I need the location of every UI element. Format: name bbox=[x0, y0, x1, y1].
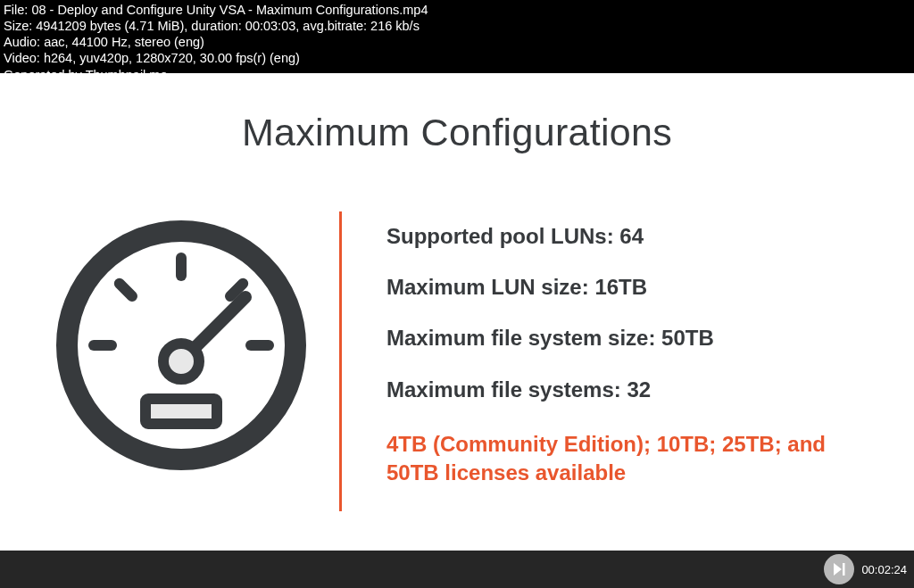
svg-rect-8 bbox=[145, 399, 217, 424]
timestamp-label: 00:02:24 bbox=[861, 563, 907, 576]
content-row: Supported pool LUNs: 64 Maximum LUN size… bbox=[0, 211, 914, 511]
spec-item: Maximum file systems: 32 bbox=[386, 376, 878, 403]
audio-line: Audio: aac, 44100 Hz, stereo (eng) bbox=[4, 34, 910, 50]
svg-marker-9 bbox=[834, 563, 842, 576]
metadata-header: File: 08 - Deploy and Configure Unity VS… bbox=[0, 0, 914, 85]
file-line: File: 08 - Deploy and Configure Unity VS… bbox=[4, 2, 910, 18]
spec-item: Supported pool LUNs: 64 bbox=[386, 222, 878, 250]
spec-item: Maximum file system size: 50TB bbox=[386, 324, 878, 352]
gauge-icon bbox=[47, 211, 315, 479]
slide-frame: Maximum Configurations Supported pool LU… bbox=[0, 73, 914, 588]
svg-point-7 bbox=[163, 344, 199, 379]
spec-item: Maximum LUN size: 16TB bbox=[386, 273, 878, 301]
svg-rect-10 bbox=[843, 563, 845, 576]
vertical-divider bbox=[339, 211, 342, 511]
svg-line-2 bbox=[119, 284, 131, 296]
slide-title: Maximum Configurations bbox=[0, 111, 914, 154]
gauge-graphic bbox=[0, 211, 330, 479]
spec-list: Supported pool LUNs: 64 Maximum LUN size… bbox=[386, 211, 914, 511]
play-next-button[interactable] bbox=[824, 554, 854, 584]
play-next-icon bbox=[831, 561, 847, 577]
spec-highlight: 4TB (Community Edition); 10TB; 25TB; and… bbox=[386, 430, 878, 488]
player-footer: 00:02:24 bbox=[0, 551, 914, 588]
size-line: Size: 4941209 bytes (4.71 MiB), duration… bbox=[4, 18, 910, 34]
video-line: Video: h264, yuv420p, 1280x720, 30.00 fp… bbox=[4, 50, 910, 66]
